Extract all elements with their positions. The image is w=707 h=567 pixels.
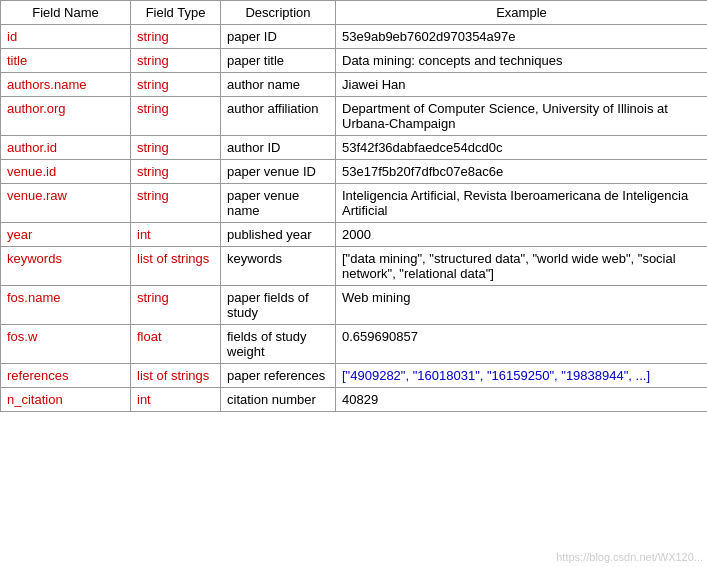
- cell-description: keywords: [221, 247, 336, 286]
- cell-description: paper ID: [221, 25, 336, 49]
- table-row: fos.namestringpaper fields of studyWeb m…: [1, 286, 708, 325]
- cell-field-name: title: [1, 49, 131, 73]
- table-row: yearintpublished year2000: [1, 223, 708, 247]
- cell-description: paper fields of study: [221, 286, 336, 325]
- cell-field-name: year: [1, 223, 131, 247]
- cell-example: Web mining: [336, 286, 708, 325]
- cell-description: paper references: [221, 364, 336, 388]
- cell-field-type: string: [131, 160, 221, 184]
- cell-description: published year: [221, 223, 336, 247]
- fields-table: Field Name Field Type Description Exampl…: [0, 0, 707, 412]
- cell-description: paper title: [221, 49, 336, 73]
- cell-example: Inteligencia Artificial, Revista Iberoam…: [336, 184, 708, 223]
- cell-description: paper venue name: [221, 184, 336, 223]
- cell-field-name: keywords: [1, 247, 131, 286]
- cell-field-name: author.id: [1, 136, 131, 160]
- cell-example: 40829: [336, 388, 708, 412]
- cell-field-name: id: [1, 25, 131, 49]
- header-field-name: Field Name: [1, 1, 131, 25]
- cell-description: author affiliation: [221, 97, 336, 136]
- cell-field-name: fos.name: [1, 286, 131, 325]
- table-row: keywordslist of stringskeywords["data mi…: [1, 247, 708, 286]
- cell-description: author ID: [221, 136, 336, 160]
- cell-field-name: authors.name: [1, 73, 131, 97]
- cell-field-type: string: [131, 49, 221, 73]
- cell-example: Data mining: concepts and techniques: [336, 49, 708, 73]
- table-row: venue.idstringpaper venue ID53e17f5b20f7…: [1, 160, 708, 184]
- cell-example: 0.659690857: [336, 325, 708, 364]
- table-row: referenceslist of stringspaper reference…: [1, 364, 708, 388]
- cell-description: author name: [221, 73, 336, 97]
- cell-field-type: float: [131, 325, 221, 364]
- header-example: Example: [336, 1, 708, 25]
- table-row: venue.rawstringpaper venue nameInteligen…: [1, 184, 708, 223]
- table-row: author.orgstringauthor affiliationDepart…: [1, 97, 708, 136]
- cell-example: 53f42f36dabfaedce54dcd0c: [336, 136, 708, 160]
- cell-field-name: venue.raw: [1, 184, 131, 223]
- header-description: Description: [221, 1, 336, 25]
- cell-field-type: string: [131, 136, 221, 160]
- cell-description: fields of study weight: [221, 325, 336, 364]
- cell-field-type: string: [131, 97, 221, 136]
- cell-example: 53e17f5b20f7dfbc07e8ac6e: [336, 160, 708, 184]
- cell-example: 53e9ab9eb7602d970354a97e: [336, 25, 708, 49]
- cell-field-name: references: [1, 364, 131, 388]
- cell-example[interactable]: ["4909282", "16018031", "16159250", "198…: [336, 364, 708, 388]
- cell-field-name: fos.w: [1, 325, 131, 364]
- cell-description: paper venue ID: [221, 160, 336, 184]
- table-row: idstringpaper ID53e9ab9eb7602d970354a97e: [1, 25, 708, 49]
- table-row: authors.namestringauthor nameJiawei Han: [1, 73, 708, 97]
- cell-field-name: venue.id: [1, 160, 131, 184]
- table-row: author.idstringauthor ID53f42f36dabfaedc…: [1, 136, 708, 160]
- cell-field-name: n_citation: [1, 388, 131, 412]
- cell-example: ["data mining", "structured data", "worl…: [336, 247, 708, 286]
- table-row: titlestringpaper titleData mining: conce…: [1, 49, 708, 73]
- cell-field-type: string: [131, 73, 221, 97]
- cell-field-type: list of strings: [131, 364, 221, 388]
- cell-field-name: author.org: [1, 97, 131, 136]
- cell-field-type: int: [131, 388, 221, 412]
- header-field-type: Field Type: [131, 1, 221, 25]
- cell-description: citation number: [221, 388, 336, 412]
- cell-field-type: int: [131, 223, 221, 247]
- table-row: fos.wfloatfields of study weight0.659690…: [1, 325, 708, 364]
- cell-example: Department of Computer Science, Universi…: [336, 97, 708, 136]
- cell-field-type: string: [131, 184, 221, 223]
- table-row: n_citationintcitation number40829: [1, 388, 708, 412]
- cell-example: 2000: [336, 223, 708, 247]
- cell-example: Jiawei Han: [336, 73, 708, 97]
- cell-field-type: string: [131, 25, 221, 49]
- cell-field-type: list of strings: [131, 247, 221, 286]
- cell-field-type: string: [131, 286, 221, 325]
